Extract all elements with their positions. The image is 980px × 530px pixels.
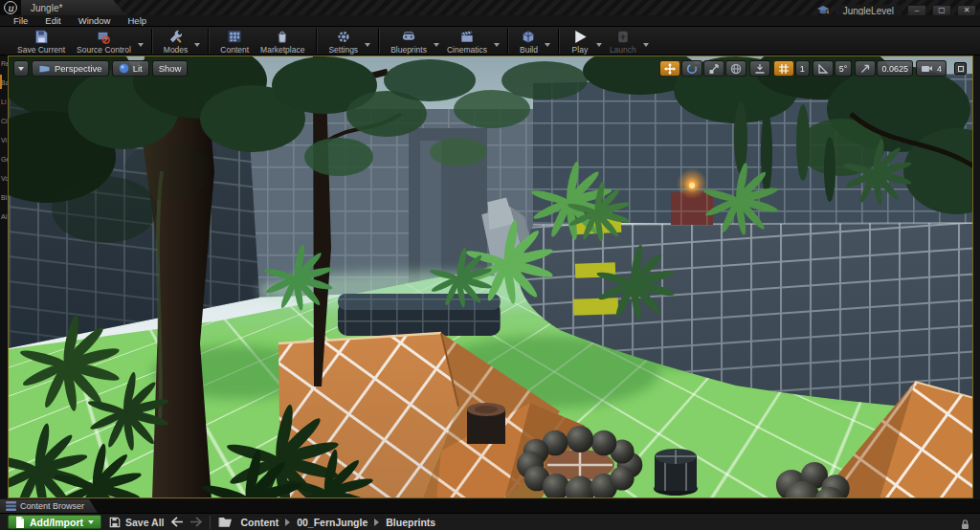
divider [210,516,211,529]
strip-visual-effects[interactable]: Vi [0,132,8,151]
scale-snap-toggle-button[interactable] [855,60,876,77]
folder-icon [218,517,233,528]
rotation-snap-icon [817,63,829,75]
move-tool-icon [664,63,676,75]
viewport-options-button[interactable] [13,60,29,77]
blueprints-caret-icon[interactable] [434,43,439,47]
surface-snap-button[interactable] [749,60,770,77]
modes-caret-icon[interactable] [194,43,200,47]
forward-arrow-button[interactable] [189,517,202,527]
blueprints-button[interactable]: Blueprints [385,28,433,55]
content-button[interactable]: Content [214,28,255,55]
show-flags-button[interactable]: Show [152,60,189,77]
grid-snap-icon [778,63,790,75]
foreground-ferns [201,404,374,497]
grid-snap-value-button[interactable]: 1 [795,60,810,77]
strip-all-classes[interactable]: Al [0,209,8,228]
titlebar: u Jungle* JungleLevel – ▢ ✕ [0,0,980,15]
level-tab[interactable]: Jungle* [21,0,126,15]
lit-mode-button[interactable]: Lit [112,60,149,77]
content-browser-tab[interactable]: Content Browser [0,499,98,513]
surface-snap-icon [754,63,766,75]
scale-snap-icon [859,63,871,75]
chevron-down-icon [18,67,24,71]
settings-caret-icon[interactable] [365,43,370,47]
save-icon [33,29,50,45]
cinematics-button[interactable]: Cinematics [441,28,493,55]
level-viewport: Perspective Lit Show [8,55,973,498]
rotate-tool-button[interactable] [681,60,702,77]
scale-snap-value-button[interactable]: 0.0625 [877,60,913,77]
left-ferns [9,314,169,497]
lock-button[interactable] [960,517,970,530]
add-file-icon [15,517,25,528]
build-caret-icon[interactable] [545,43,550,47]
viewport-maximize-button[interactable] [954,62,967,75]
scale-tool-icon [708,63,720,75]
settings-button[interactable]: Settings [323,28,364,55]
build-button[interactable]: Build [514,28,544,55]
svg-text:u: u [8,3,14,13]
add-import-button[interactable]: Add/Import [8,515,101,529]
globe-icon [730,63,742,75]
camera-icon [921,63,933,74]
move-tool-button[interactable] [659,60,680,77]
breadcrumb-content[interactable]: Content [240,517,278,528]
strip-cinematic[interactable]: Ci [0,113,8,132]
menu-bar: File Edit Window Help [0,15,980,27]
menu-file[interactable]: File [6,15,35,26]
back-arrow-button[interactable] [171,517,184,527]
settings-gear-icon [335,29,352,45]
marketplace-button[interactable]: Marketplace [255,28,310,55]
unreal-logo-icon: u [0,0,21,15]
menu-help[interactable]: Help [120,15,154,26]
modes-button[interactable]: Modes [158,28,194,55]
launch-caret-icon[interactable] [643,43,649,47]
content-browser-icon [6,501,16,511]
rotation-snap-value-button[interactable]: 5° [835,60,853,77]
strip-blueprints[interactable]: Bl [0,189,8,209]
foliage-layer [9,56,972,497]
play-icon [570,29,590,45]
play-button[interactable]: Play [565,28,595,55]
save-all-icon [109,517,121,528]
content-browser-tabbar: Content Browser [0,499,980,513]
rotation-snap-toggle-button[interactable] [813,60,834,77]
main-toolbar: Save Current Source Control Modes Conten… [0,27,980,55]
cinematics-caret-icon[interactable] [494,43,500,47]
save-current-button[interactable]: Save Current [11,28,71,55]
play-caret-icon[interactable] [596,43,602,47]
breadcrumb-blueprints[interactable]: Blueprints [386,517,435,528]
breadcrumb-fernjungle[interactable]: 00_FernJungle [297,517,368,528]
strip-lights[interactable]: Li [0,94,8,113]
source-control-icon [95,29,112,45]
marketplace-icon [274,29,291,45]
perspective-icon [38,64,51,74]
camera-speed-button[interactable]: 4 [916,60,947,77]
breadcrumb: Content 00_FernJungle Blueprints [240,517,435,528]
chevron-down-icon [88,520,94,524]
menu-window[interactable]: Window [71,15,119,26]
modes-icon [167,29,185,45]
lock-icon [960,519,970,530]
source-control-caret-icon[interactable] [138,43,144,47]
launch-button[interactable]: Launch [604,28,642,55]
world-local-toggle-button[interactable] [725,60,746,77]
source-control-button[interactable]: Source Control [71,28,137,55]
strip-geometry[interactable]: Ge [0,151,8,170]
strip-selection-marker [0,75,2,89]
maximize-icon [958,66,964,72]
perspective-button[interactable]: Perspective [32,60,109,77]
save-all-button[interactable]: Save All [109,517,164,528]
place-actors-collapsed-panel[interactable]: Re Ba Li Ci Vi Ge Vo Bl Al [0,55,8,498]
chevron-right-icon [374,519,379,526]
menu-edit[interactable]: Edit [37,15,68,26]
viewport-scene[interactable]: Perspective Lit Show [9,56,972,497]
scale-tool-button[interactable] [703,60,724,77]
strip-recently-placed[interactable]: Re [0,55,8,75]
cinematics-icon [458,29,476,45]
chevron-right-icon [285,519,290,526]
grid-snap-toggle-button[interactable] [773,60,794,77]
strip-volumes[interactable]: Vo [0,170,8,189]
launch-icon [614,29,632,45]
